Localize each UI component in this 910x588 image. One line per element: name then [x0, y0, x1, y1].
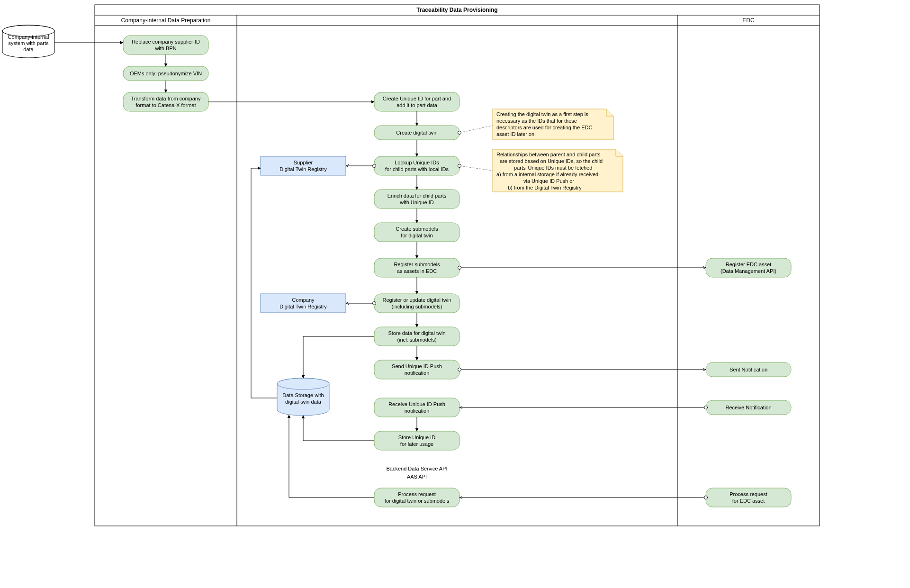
node-create-unique-id: Create Unique ID for part and add it to … — [374, 92, 460, 111]
svg-rect-35 — [374, 294, 460, 313]
node-process-request: Process request for digital twin or subm… — [374, 488, 460, 507]
storage-cylinder: Data Storage with digital twin data — [277, 378, 329, 416]
svg-text:Digital Twin Registry: Digital Twin Registry — [279, 304, 327, 309]
node-create-digital-twin: Create digital twin — [374, 126, 460, 140]
svg-text:necessary as the IDs that for : necessary as the IDs that for these — [496, 118, 577, 124]
node-store-unique-id: Store Unique ID for later usage — [374, 431, 460, 450]
node-sent-notification: Sent Notification — [706, 362, 791, 377]
svg-text:Create Unique ID for part and: Create Unique ID for part and — [383, 96, 451, 101]
svg-text:are stored based on Unique IDs: are stored based on Unique IDs, so the c… — [500, 158, 603, 164]
svg-text:Register or update digital twi: Register or update digital twin — [383, 297, 451, 303]
svg-text:format to Catena-X format: format to Catena-X format — [135, 102, 196, 108]
svg-text:Lookup Unique IDs: Lookup Unique IDs — [395, 160, 439, 165]
svg-text:(incl. submodels): (incl. submodels) — [397, 337, 436, 343]
svg-text:for digital twin or submodels: for digital twin or submodels — [385, 498, 450, 504]
svg-rect-23 — [374, 156, 460, 175]
node-register-submodels: Register submodels as assets in EDC — [374, 258, 460, 277]
svg-rect-15 — [123, 92, 208, 111]
svg-text:Send Unique ID Push: Send Unique ID Push — [392, 363, 442, 369]
svg-text:Register EDC asset: Register EDC asset — [726, 262, 772, 267]
svg-rect-70 — [706, 488, 791, 507]
svg-text:descriptors are used for creat: descriptors are used for creating the ED… — [496, 125, 592, 130]
svg-text:b) from the Digital Twin Regis: b) from the Digital Twin Registry — [508, 185, 582, 190]
svg-text:Transform data from company: Transform data from company — [131, 96, 201, 101]
svg-text:Store Unique ID: Store Unique ID — [398, 434, 435, 440]
svg-text:for later usage: for later usage — [400, 441, 433, 447]
svg-text:notification: notification — [405, 370, 430, 376]
svg-rect-10 — [123, 36, 208, 54]
node-company-dtr: Company Digital Twin Registry — [261, 294, 346, 313]
svg-text:Company: Company — [292, 297, 315, 303]
svg-text:(including submodels): (including submodels) — [392, 304, 442, 309]
svg-text:Company-internal: Company-internal — [8, 34, 49, 40]
svg-rect-41 — [374, 360, 460, 379]
svg-text:via Unique ID Push or: via Unique ID Push or — [523, 178, 574, 184]
svg-text:with BPN: with BPN — [154, 45, 176, 51]
note-digital-twin-first: Creating the digital twin as a first ste… — [493, 109, 613, 140]
svg-text:Register submodels: Register submodels — [394, 262, 440, 267]
node-transform-data: Transform data from company format to Ca… — [123, 92, 208, 111]
node-register-digital-twin: Register or update digital twin (includi… — [374, 294, 460, 313]
svg-text:for child parts with local IDs: for child parts with local IDs — [385, 166, 449, 172]
note-relationships: Relationships between parent and child p… — [493, 149, 623, 192]
svg-text:Sent Notification: Sent Notification — [730, 367, 767, 372]
node-process-edc-asset: Process request for EDC asset — [706, 488, 791, 507]
svg-text:parts' Unique IDs must be fetc: parts' Unique IDs must be fetched — [514, 165, 592, 171]
node-store-digital-twin: Store data for digital twin (incl. submo… — [374, 327, 460, 346]
svg-rect-56 — [261, 294, 346, 313]
diagram-canvas: Traceability Data Provisioning Company-i… — [0, 0, 910, 588]
svg-text:OEMs only: pseudonymize VIN: OEMs only: pseudonymize VIN — [130, 71, 202, 76]
svg-text:Relationships between parent a: Relationships between parent and child p… — [496, 152, 601, 157]
api-label-backend: Backend Data Service API — [386, 466, 447, 471]
svg-text:for EDC asset: for EDC asset — [732, 498, 765, 504]
svg-text:system with parts: system with parts — [9, 40, 49, 46]
svg-text:Create digital twin: Create digital twin — [396, 130, 437, 136]
svg-rect-32 — [374, 258, 460, 277]
svg-text:notification: notification — [405, 408, 430, 414]
svg-rect-47 — [374, 431, 460, 450]
node-oem-pseudonymize: OEMs only: pseudonymize VIN — [123, 66, 208, 81]
node-send-push: Send Unique ID Push notification — [374, 360, 460, 379]
node-replace-supplier-id: Replace company supplier ID with BPN — [123, 36, 208, 54]
svg-text:digital twin data: digital twin data — [285, 399, 322, 405]
svg-text:Enrich data for child parts: Enrich data for child parts — [387, 193, 447, 199]
external-system-cylinder: Company-internal system with parts data — [2, 25, 54, 58]
svg-text:add it to part data: add it to part data — [396, 102, 437, 108]
svg-rect-53 — [261, 156, 346, 175]
svg-text:Receive Unique ID Push: Receive Unique ID Push — [388, 401, 445, 407]
svg-text:(Data Management API): (Data Management API) — [721, 268, 776, 274]
svg-text:for digital twin: for digital twin — [401, 233, 432, 238]
svg-text:data: data — [23, 46, 34, 52]
svg-text:Receive Notification: Receive Notification — [725, 405, 771, 410]
api-label-aas: AAS API — [407, 474, 427, 479]
svg-text:Replace company supplier ID: Replace company supplier ID — [132, 39, 200, 45]
node-create-submodels: Create submodels for digital twin — [374, 223, 460, 242]
node-lookup-unique-ids: Lookup Unique IDs for child parts with l… — [374, 156, 460, 175]
svg-text:Data Storage with: Data Storage with — [282, 392, 324, 398]
svg-rect-26 — [374, 190, 460, 208]
node-enrich-child-parts: Enrich data for child parts with Unique … — [374, 190, 460, 208]
node-register-edc-asset: Register EDC asset (Data Management API) — [706, 258, 791, 277]
lane-edc-title: EDC — [742, 17, 755, 24]
svg-text:Process request: Process request — [730, 491, 767, 497]
svg-text:Create submodels: Create submodels — [396, 226, 438, 232]
svg-text:Supplier: Supplier — [294, 160, 313, 165]
svg-text:a) from a internal storage if : a) from a internal storage if already re… — [496, 172, 598, 177]
svg-text:as assets in EDC: as assets in EDC — [397, 268, 437, 274]
svg-text:Digital Twin Registry: Digital Twin Registry — [279, 166, 327, 172]
node-receive-notification: Receive Notification — [706, 400, 791, 415]
svg-rect-50 — [374, 488, 460, 507]
svg-text:Store data for digital twin: Store data for digital twin — [388, 330, 445, 336]
svg-rect-44 — [374, 398, 460, 417]
svg-text:asset ID later on.: asset ID later on. — [496, 131, 536, 137]
pool-title: Traceability Data Provisioning — [416, 7, 497, 13]
svg-text:Creating the digital twin as a: Creating the digital twin as a first ste… — [496, 111, 588, 117]
svg-rect-29 — [374, 223, 460, 242]
node-supplier-dtr: Supplier Digital Twin Registry — [261, 156, 346, 175]
svg-rect-38 — [374, 327, 460, 346]
svg-text:with Unique ID: with Unique ID — [399, 199, 434, 205]
node-receive-push: Receive Unique ID Push notification — [374, 398, 460, 417]
lane-prep-title: Company-internal Data Preparation — [121, 17, 211, 24]
svg-rect-63 — [706, 258, 791, 277]
svg-rect-18 — [374, 92, 460, 111]
